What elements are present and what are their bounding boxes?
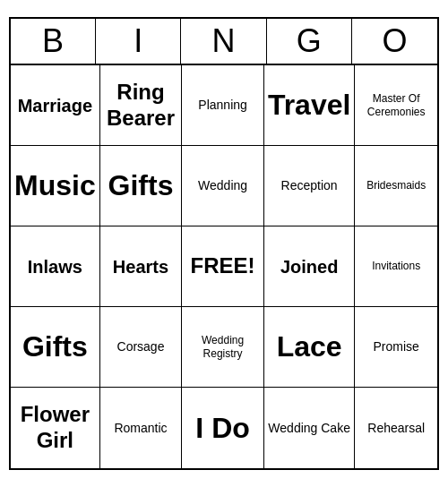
cell-text: Gifts — [22, 329, 88, 363]
bingo-cell: Rehearsal — [355, 388, 437, 468]
cell-text: FREE! — [191, 253, 255, 279]
bingo-cell: Music — [11, 146, 100, 226]
cell-text: Hearts — [113, 256, 168, 278]
bingo-card: BINGO MarriageRing BearerPlanningTravelM… — [9, 17, 439, 470]
bingo-cell: Planning — [182, 65, 264, 146]
bingo-cell: Master Of Ceremonies — [355, 65, 437, 146]
bingo-cell: Wedding Registry — [182, 307, 264, 388]
bingo-cell: I Do — [182, 388, 264, 468]
cell-text: Wedding Cake — [268, 421, 350, 436]
cell-text: Reception — [281, 178, 338, 193]
bingo-cell: Romantic — [100, 388, 183, 468]
bingo-cell: Lace — [264, 307, 356, 388]
bingo-cell: Reception — [264, 146, 356, 226]
cell-text: Planning — [198, 98, 247, 113]
cell-text: Joined — [280, 256, 338, 278]
cell-text: Wedding — [198, 178, 247, 193]
cell-text: Master Of Ceremonies — [358, 92, 434, 118]
cell-text: Wedding Registry — [185, 334, 260, 360]
bingo-cell: Travel — [264, 65, 356, 146]
cell-text: Music — [14, 168, 96, 202]
cell-text: Gifts — [108, 168, 174, 202]
cell-text: Travel — [268, 88, 351, 122]
bingo-cell: Ring Bearer — [100, 65, 183, 146]
header-letter: N — [181, 19, 266, 64]
bingo-cell: Gifts — [100, 146, 183, 226]
cell-text: Promise — [374, 339, 419, 355]
bingo-header: BINGO — [11, 19, 437, 65]
cell-text: Rehearsal — [367, 421, 425, 436]
bingo-cell: Joined — [264, 226, 356, 307]
cell-text: Corsage — [117, 339, 165, 355]
cell-text: Bridesmaids — [366, 179, 426, 192]
bingo-grid: MarriageRing BearerPlanningTravelMaster … — [11, 65, 437, 468]
cell-text: Inlaws — [28, 256, 82, 278]
cell-text: Invitations — [372, 260, 420, 272]
bingo-cell: Inlaws — [11, 226, 100, 307]
header-letter: G — [267, 19, 352, 64]
bingo-cell: Wedding Cake — [264, 388, 356, 468]
bingo-cell: Flower Girl — [11, 388, 100, 468]
cell-text: Lace — [277, 329, 342, 363]
header-letter: O — [352, 19, 437, 64]
cell-text: Ring Bearer — [104, 80, 178, 132]
bingo-cell: Marriage — [11, 65, 100, 146]
header-letter: B — [11, 19, 96, 64]
bingo-cell: Gifts — [11, 307, 100, 388]
bingo-cell: FREE! — [182, 226, 264, 307]
cell-text: Marriage — [18, 95, 92, 116]
cell-text: Romantic — [114, 421, 167, 436]
bingo-cell: Bridesmaids — [355, 146, 437, 226]
bingo-cell: Invitations — [355, 226, 437, 307]
bingo-cell: Wedding — [182, 146, 264, 226]
cell-text: I Do — [195, 411, 249, 445]
bingo-cell: Hearts — [100, 226, 183, 307]
cell-text: Flower Girl — [14, 402, 96, 454]
bingo-cell: Corsage — [100, 307, 183, 388]
bingo-cell: Promise — [355, 307, 437, 388]
header-letter: I — [96, 19, 181, 64]
